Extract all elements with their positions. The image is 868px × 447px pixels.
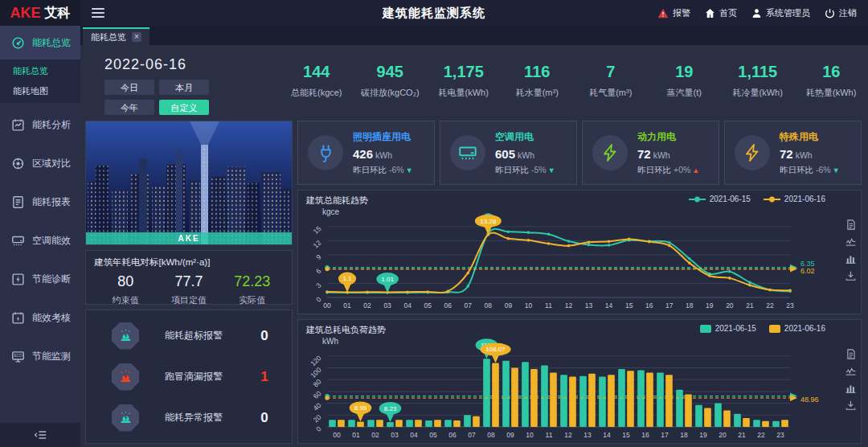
sidebar-subitem-1[interactable]: 能耗地图: [0, 81, 80, 101]
stat-item: 7耗气量(m³): [574, 63, 648, 99]
left-column: AKE 建筑年耗电对标[kWh/(m²·a)] 80约束值77.7项目定值72.…: [85, 121, 293, 444]
sidebar-item-5[interactable]: 节能诊断: [0, 262, 80, 296]
selected-date: 2022-06-16: [104, 56, 280, 73]
topbar: AKE 艾科 建筑能耗监测系统 报警 首页 系统管理员 注销: [0, 0, 868, 26]
benchmark-values: 80约束值77.7项目定值72.23实际值: [94, 273, 284, 306]
city-image: AKE: [85, 121, 293, 245]
sidebar-item-1[interactable]: 能耗分析: [0, 108, 80, 141]
admin-label: 系统管理员: [766, 7, 810, 19]
alarm-count: 1: [248, 369, 280, 385]
chart-legend: 2021-06-152021-06-16: [689, 195, 825, 203]
bolt-icon: [592, 135, 628, 170]
card-title: 特殊用电: [780, 130, 840, 144]
alarm-label: 报警: [673, 7, 690, 19]
admin-menu[interactable]: 系统管理员: [751, 7, 810, 19]
benchmark-label: 实际值: [220, 294, 284, 306]
header-strip: 2022-06-16 今日本月今年自定义 144总能耗(kgce)945碳排放(…: [80, 45, 868, 116]
svg-text:9: 9: [314, 252, 323, 261]
tab-energy-overview[interactable]: 能耗总览 ×: [83, 27, 149, 45]
stat-label: 耗水量(m³): [501, 87, 575, 99]
menu-icon[interactable]: [92, 7, 104, 18]
legend-item[interactable]: 2021-06-15: [689, 195, 751, 203]
logout-button[interactable]: 注销: [825, 7, 857, 19]
svg-text:1.01: 1.01: [381, 276, 394, 283]
close-icon[interactable]: ×: [132, 32, 141, 42]
range-button-2[interactable]: 今年: [104, 100, 154, 115]
sidebar-item-label: 节能监测: [32, 350, 71, 363]
svg-text:6: 6: [314, 267, 323, 276]
alarm-button[interactable]: 报警: [657, 7, 690, 19]
download-icon[interactable]: [845, 400, 856, 410]
bar-switch-icon[interactable]: [845, 383, 856, 393]
power-icon: [825, 8, 835, 18]
ac-icon: [11, 234, 25, 248]
svg-text:8.23: 8.23: [384, 405, 397, 412]
chart-toolbox: [845, 349, 856, 410]
chart-y-axis-label: kWh: [322, 337, 338, 346]
report-icon: [11, 195, 25, 209]
logout-label: 注销: [839, 7, 857, 19]
svg-text:05: 05: [424, 301, 432, 310]
stat-value: 116: [501, 63, 575, 81]
trend-arrow-icon: ▲: [692, 166, 699, 174]
data-view-icon[interactable]: [845, 349, 856, 359]
svg-text:13: 13: [583, 431, 592, 439]
svg-text:20: 20: [726, 301, 734, 310]
sidebar-collapse-button[interactable]: [0, 423, 80, 447]
svg-text:21: 21: [738, 431, 746, 439]
chart-plot: 0204060801001200001020304050607080910111…: [298, 320, 861, 443]
svg-text:18: 18: [686, 301, 694, 310]
svg-text:3: 3: [314, 281, 323, 290]
sidebar-item-2[interactable]: 区域对比: [0, 146, 80, 180]
svg-text:02: 02: [371, 431, 379, 439]
alarm-label: 能耗异常报警: [139, 411, 248, 424]
line-switch-icon[interactable]: [845, 237, 856, 247]
benchmark-item: 80约束值: [94, 273, 158, 306]
siren-icon: [118, 410, 133, 425]
usage-card-1[interactable]: 空调用电605kWh昨日环比-5%▼: [440, 121, 577, 185]
benchmark-panel: 建筑年耗电对标[kWh/(m²·a)] 80约束值77.7项目定值72.23实际…: [85, 250, 293, 305]
sidebar-item-7[interactable]: ECO节能监测: [0, 339, 80, 373]
svg-text:20: 20: [312, 412, 323, 424]
stat-item: 144总能耗(kgce): [280, 63, 354, 99]
svg-text:48.96: 48.96: [800, 396, 819, 404]
range-button-3[interactable]: 自定义: [159, 100, 209, 115]
data-view-icon[interactable]: [845, 219, 856, 230]
benchmark-value: 72.23: [220, 273, 284, 290]
stat-label: 总能耗(kgce): [280, 87, 354, 99]
svg-text:20: 20: [719, 431, 727, 439]
download-icon[interactable]: [845, 271, 856, 281]
svg-text:0: 0: [314, 424, 323, 433]
range-button-0[interactable]: 今日: [104, 80, 154, 95]
line-switch-icon[interactable]: [845, 367, 856, 376]
benchmark-title: 建筑年耗电对标[kWh/(m²·a)]: [94, 256, 284, 269]
sidebar-item-4[interactable]: 空调能效: [0, 224, 80, 257]
card-delta: -5%: [531, 165, 547, 174]
alarm-count: 0: [248, 328, 280, 344]
svg-text:23: 23: [786, 301, 794, 310]
legend-item[interactable]: 2021-06-16: [769, 324, 825, 333]
range-button-1[interactable]: 本月: [159, 80, 209, 95]
sidebar-subitem-0[interactable]: 能耗总览: [0, 61, 80, 81]
ac-unit-icon: [450, 135, 485, 170]
sidebar-item-0[interactable]: 能耗总览: [0, 26, 80, 59]
sidebar-item-3[interactable]: 能耗报表: [0, 185, 80, 219]
stats-row: 144总能耗(kgce)945碳排放(kgCO₂)1,175耗电量(kWh)11…: [280, 45, 868, 116]
sidebar-item-6[interactable]: 能效考核: [0, 301, 80, 334]
legend-item[interactable]: 2021-06-15: [700, 324, 756, 333]
svg-text:17: 17: [661, 431, 669, 439]
benchmark-label: 约束值: [94, 294, 158, 306]
stat-value: 19: [648, 63, 722, 81]
usage-card-0[interactable]: 照明插座用电426kWh昨日环比-6%▼: [297, 121, 435, 185]
card-compare: 昨日环比-6%▼: [780, 165, 840, 176]
home-button[interactable]: 首页: [705, 7, 737, 19]
stat-label: 蒸汽量(t): [648, 87, 722, 99]
bar-switch-icon[interactable]: [845, 254, 856, 264]
usage-card-2[interactable]: 动力用电72kWh昨日环比+0%▲: [582, 121, 719, 185]
usage-card-3[interactable]: 特殊用电72kWh昨日环比-6%▼: [724, 121, 862, 185]
siren-icon: [118, 328, 133, 343]
logo-text-cn: 艾科: [45, 5, 71, 22]
svg-text:ECO: ECO: [14, 353, 23, 357]
legend-item[interactable]: 2021-06-16: [764, 195, 825, 203]
svg-text:100: 100: [309, 366, 322, 379]
